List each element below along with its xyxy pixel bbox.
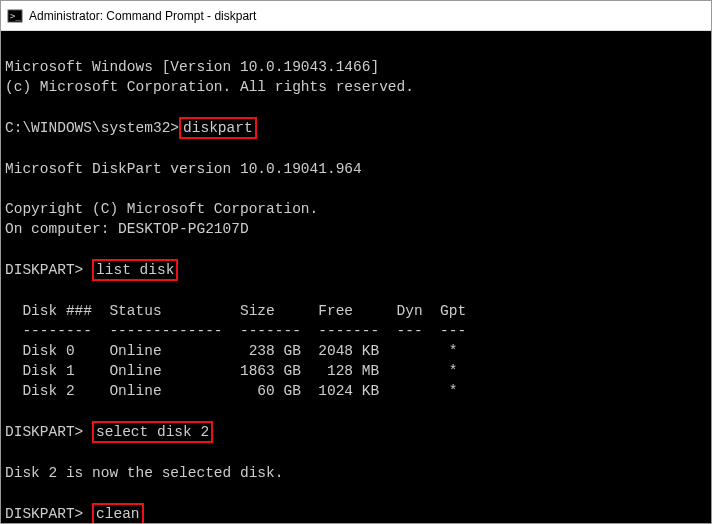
table-row: Disk 0 Online 238 GB 2048 KB * <box>5 343 457 359</box>
prompt-dp: DISKPART> <box>5 424 83 440</box>
text-line: Microsoft DiskPart version 10.0.19041.96… <box>5 161 362 177</box>
text-line: Copyright (C) Microsoft Corporation. <box>5 201 318 217</box>
cmd-diskpart: diskpart <box>179 117 257 139</box>
table-row: Disk 2 Online 60 GB 1024 KB * <box>5 383 457 399</box>
blank-line <box>5 181 14 197</box>
blank-line <box>5 403 14 419</box>
prompt-line: DISKPART> clean <box>5 506 144 522</box>
cmd-icon: >_ <box>7 8 23 24</box>
prompt-sys: C:\WINDOWS\system32> <box>5 120 179 136</box>
blank-line <box>5 485 14 501</box>
blank-line <box>5 141 14 157</box>
cmd-select-disk: select disk 2 <box>92 421 213 443</box>
table-row: Disk 1 Online 1863 GB 128 MB * <box>5 363 457 379</box>
text-line: (c) Microsoft Corporation. All rights re… <box>5 79 414 95</box>
blank-line <box>5 99 14 115</box>
prompt-dp: DISKPART> <box>5 506 83 522</box>
text-line: Microsoft Windows [Version 10.0.19043.14… <box>5 59 379 75</box>
svg-text:>_: >_ <box>10 11 21 21</box>
prompt-line: DISKPART> select disk 2 <box>5 424 213 440</box>
prompt-line: C:\WINDOWS\system32>diskpart <box>5 120 257 136</box>
blank-line <box>5 445 14 461</box>
terminal-output[interactable]: Microsoft Windows [Version 10.0.19043.14… <box>1 31 711 523</box>
table-rule: -------- ------------- ------- ------- -… <box>5 323 466 339</box>
titlebar[interactable]: >_ Administrator: Command Prompt - diskp… <box>1 1 711 31</box>
table-header: Disk ### Status Size Free Dyn Gpt <box>5 303 466 319</box>
cmd-clean: clean <box>92 503 144 524</box>
blank-line <box>5 241 14 257</box>
cmd-list-disk: list disk <box>92 259 178 281</box>
window-title: Administrator: Command Prompt - diskpart <box>29 9 256 23</box>
prompt-dp: DISKPART> <box>5 262 83 278</box>
blank-line <box>5 283 14 299</box>
prompt-line: DISKPART> list disk <box>5 262 178 278</box>
text-line: On computer: DESKTOP-PG2107D <box>5 221 249 237</box>
text-line: Disk 2 is now the selected disk. <box>5 465 283 481</box>
